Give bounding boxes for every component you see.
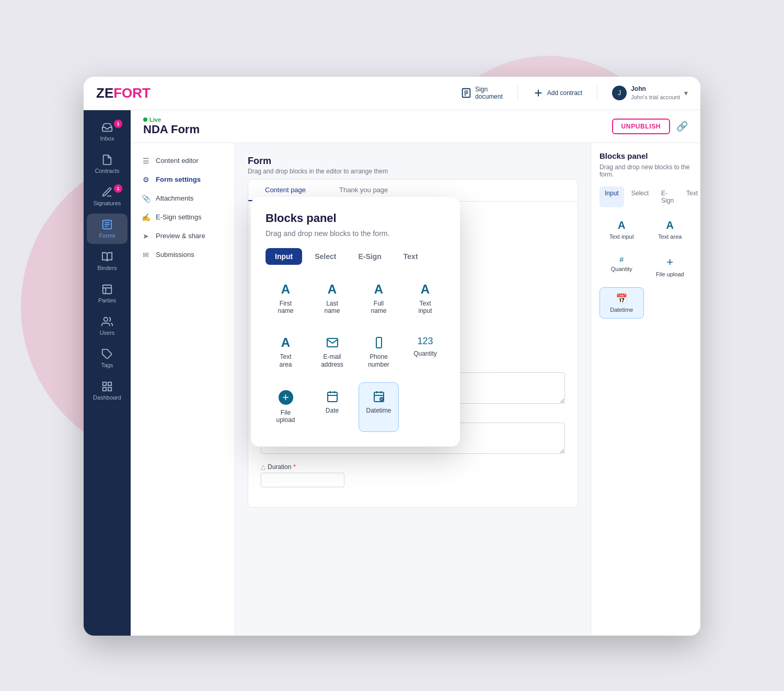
live-label: Live (149, 116, 161, 123)
sign-document-label: Signdocument (475, 86, 503, 101)
svg-rect-13 (108, 387, 111, 390)
fbp-datetime-label: Datetime (366, 407, 391, 414)
left-nav-item-content-editor[interactable]: ☰ Content editor (131, 151, 235, 170)
left-nav-item-esign[interactable]: ✍ E-Sign settings (131, 208, 235, 227)
user-sub: John's trial account (631, 93, 680, 101)
contracts-icon (101, 154, 113, 166)
inbox-badge: 1 (114, 120, 122, 128)
right-panel: Blocks panel Drag and drop new blocks to… (591, 143, 700, 636)
sidebar-item-dashboard[interactable]: Dashboard (87, 376, 128, 406)
tags-icon (101, 348, 113, 360)
block-quantity-label: Quantity (611, 266, 632, 272)
fbp-block-file-upload[interactable]: + Fileupload (266, 382, 306, 432)
fbp-block-last-name[interactable]: A Lastname (312, 275, 352, 323)
svg-point-9 (104, 317, 108, 321)
user-text: John John's trial account (631, 85, 680, 101)
content-editor-icon: ☰ (141, 157, 151, 165)
form-title: Form (248, 156, 578, 167)
fbp-text-input-icon: A (421, 283, 430, 296)
link-icon[interactable]: 🔗 (676, 121, 688, 132)
fbp-tab-text[interactable]: Text (394, 248, 428, 265)
block-text-area[interactable]: A Text area (648, 214, 693, 245)
left-nav-item-attachments[interactable]: 📎 Attachments (131, 189, 235, 208)
left-nav-item-form-settings[interactable]: ⚙ Form settings (131, 170, 235, 189)
user-name: John (631, 85, 680, 93)
left-nav-item-submissions[interactable]: ✉ Submissions (131, 245, 235, 264)
attachments-label: Attachments (156, 194, 193, 202)
fbp-phone-label: Phonenumber (368, 353, 389, 368)
user-avatar: J (612, 86, 627, 100)
sidebar-item-label-contracts: Contracts (95, 168, 119, 174)
form-settings-label: Form settings (156, 175, 201, 183)
block-tab-input[interactable]: Input (599, 186, 624, 207)
fbp-block-date[interactable]: Date (312, 382, 352, 432)
fbp-block-phone[interactable]: Phonenumber (359, 329, 399, 376)
sidebar-item-label-users: Users (100, 330, 115, 336)
block-tab-text[interactable]: Text (681, 186, 700, 207)
block-text-area-label: Text area (658, 233, 682, 240)
add-contract-icon (533, 87, 544, 99)
fbp-block-text-area[interactable]: A Textarea (266, 329, 306, 376)
sidebar-item-binders[interactable]: Binders (87, 246, 128, 276)
sidebar-item-label-signatures: Signatures (94, 200, 121, 206)
block-text-input[interactable]: A Text input (599, 214, 644, 245)
submissions-label: Submissions (156, 251, 194, 259)
sidebar-item-forms[interactable]: Forms (87, 214, 128, 244)
sidebar-item-parties[interactable]: Parties (87, 278, 128, 309)
fbp-tab-esign[interactable]: E-Sign (349, 248, 390, 265)
email-icon (326, 336, 339, 349)
datetime-icon: 📅 (616, 293, 627, 304)
fbp-text-input-label: Textinput (418, 300, 432, 315)
fbp-block-text-input[interactable]: A Textinput (405, 275, 445, 323)
floating-blocks-panel: Blocks panel Drag and drop new blocks to… (251, 197, 460, 447)
blocks-grid: A Text input A Text area # Quantity (599, 214, 692, 319)
fbp-block-quantity[interactable]: 123 Quantity (405, 329, 445, 376)
block-quantity[interactable]: # Quantity (599, 250, 644, 283)
duration-input[interactable] (261, 473, 344, 487)
sign-document-button[interactable]: Signdocument (460, 86, 503, 101)
block-file-upload[interactable]: + File upload (648, 250, 693, 283)
sidebar-item-tags[interactable]: Tags (87, 343, 128, 373)
sidebar-item-inbox[interactable]: 1 Inbox (87, 116, 128, 147)
parties-icon (101, 284, 113, 295)
sub-header: Live NDA Form UNPUBLISH 🔗 (131, 110, 700, 143)
block-tab-select[interactable]: Select (626, 186, 654, 207)
submissions-icon: ✉ (141, 251, 151, 259)
right-panel-subtitle: Drag and drop new blocks to the form. (599, 163, 692, 178)
phone-icon (373, 336, 385, 349)
logo: ZEFORT (96, 85, 151, 101)
svg-rect-17 (328, 392, 337, 402)
user-menu[interactable]: J John John's trial account ▾ (612, 85, 688, 101)
block-text-input-label: Text input (609, 233, 634, 240)
fbp-tab-select[interactable]: Select (305, 248, 345, 265)
block-datetime[interactable]: 📅 Datetime (599, 287, 644, 319)
quantity-icon: # (619, 255, 624, 264)
signatures-icon (101, 186, 113, 198)
esign-label: E-Sign settings (156, 213, 201, 221)
fbp-full-name-label: Fullname (371, 300, 386, 315)
live-dot (143, 118, 147, 122)
sidebar-item-users[interactable]: Users (87, 311, 128, 341)
fbp-block-full-name[interactable]: A Fullname (359, 275, 399, 323)
binders-icon (101, 251, 113, 263)
nav-divider-2 (597, 85, 597, 101)
fbp-block-datetime[interactable]: Datetime (359, 382, 399, 432)
block-tab-esign[interactable]: E-Sign (656, 186, 679, 207)
fbp-block-first-name[interactable]: A Firstname (266, 275, 306, 323)
first-name-icon: A (281, 283, 290, 296)
fbp-block-email[interactable]: E-mailaddress (312, 329, 352, 376)
users-icon (101, 316, 113, 327)
unpublish-button[interactable]: UNPUBLISH (612, 119, 670, 134)
fbp-tab-input[interactable]: Input (266, 248, 302, 265)
left-nav-item-preview[interactable]: ➤ Preview & share (131, 227, 235, 245)
svg-rect-11 (103, 382, 106, 385)
fbp-date-label: Date (326, 407, 339, 414)
sidebar-item-contracts[interactable]: Contracts (87, 149, 128, 179)
fbp-file-upload-icon: + (279, 390, 293, 405)
duration-field-icon: △ (261, 463, 266, 471)
form-subtitle: Drag and drop blocks in the editor to ar… (248, 168, 578, 175)
add-contract-button[interactable]: Add contract (533, 87, 582, 99)
preview-icon: ➤ (141, 232, 151, 240)
sidebar-item-signatures[interactable]: 1 Signatures (87, 181, 128, 212)
date-icon (326, 390, 339, 403)
